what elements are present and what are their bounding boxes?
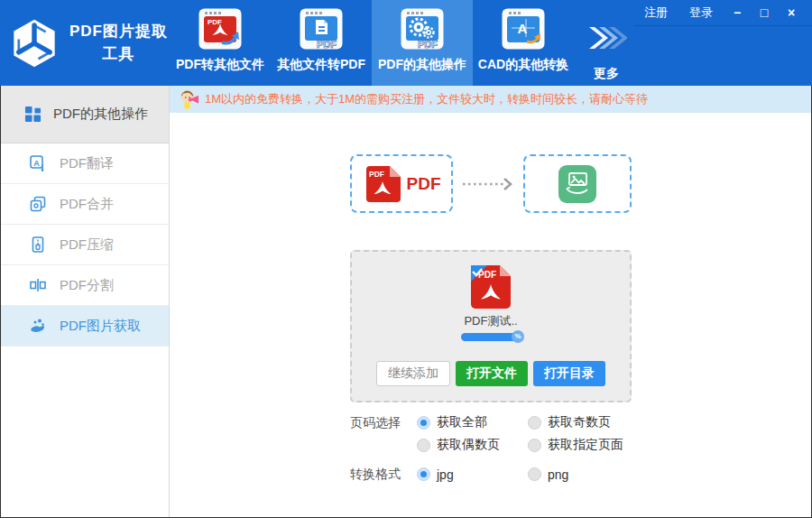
pdf-gears-icon: PDF xyxy=(401,7,444,51)
open-folder-button[interactable]: 打开目录 xyxy=(533,361,605,386)
translate-icon: A xyxy=(29,154,47,172)
tab-cad-convert[interactable]: A CAD的其他转换 xyxy=(473,0,574,86)
radio-format-png[interactable]: png xyxy=(528,466,568,483)
radio-extract-odd[interactable]: 获取奇数页 xyxy=(528,414,623,430)
login-link[interactable]: 登录 xyxy=(689,5,713,21)
maximize-button[interactable]: □ xyxy=(751,5,778,20)
radio-dot xyxy=(417,416,430,430)
compress-icon xyxy=(29,236,47,254)
svg-text:A: A xyxy=(33,159,40,168)
sidebar-item-label: PDF翻译 xyxy=(60,155,114,172)
radio-extract-all[interactable]: 获取全部 xyxy=(417,414,528,430)
notice-bar: 1M以内的免费转换，大于1M的需购买注册，文件较大时，转换时间较长，请耐心等待 xyxy=(170,86,812,113)
cad-convert-icon: A xyxy=(502,7,545,51)
sidebar-item-pdf-merge[interactable]: PDF合并 xyxy=(0,184,169,225)
radio-label: 获取奇数页 xyxy=(548,414,611,430)
tab-label: PDF转其他文件 xyxy=(176,57,264,73)
pdf-file-icon: PDF xyxy=(363,164,402,204)
tab-other-to-pdf[interactable]: PDF 其他文件转PDF xyxy=(271,0,372,86)
app-window: PDF图片提取 工具 PDF PDF转其他文 xyxy=(0,0,812,518)
radio-label: 获取指定页面 xyxy=(548,437,623,453)
radio-dot xyxy=(528,467,541,481)
split-icon xyxy=(29,276,47,294)
svg-text:A: A xyxy=(518,21,528,36)
close-button[interactable]: × xyxy=(778,5,805,20)
radio-dot xyxy=(528,416,541,430)
radio-extract-even[interactable]: 获取偶数页 xyxy=(417,437,528,453)
radio-label: jpg xyxy=(437,467,454,482)
sidebar-item-label: PDF压缩 xyxy=(60,236,114,254)
file-name: PDF测试.. xyxy=(464,313,517,329)
app-logo-cube-icon xyxy=(8,17,60,69)
sidebar-item-label: PDF合并 xyxy=(60,196,114,213)
radio-dot xyxy=(417,467,430,481)
flow-target-box xyxy=(523,154,632,213)
sidebar-item-pdf-translate[interactable]: A PDF翻译 xyxy=(0,143,169,184)
notice-text: 1M以内的免费转换，大于1M的需购买注册，文件较大时，转换时间较长，请耐心等待 xyxy=(205,91,648,107)
radio-label: 获取偶数页 xyxy=(437,437,500,453)
other-to-pdf-icon: PDF xyxy=(300,7,343,51)
more-chevrons-icon xyxy=(586,16,627,60)
sidebar-item-pdf-compress[interactable]: PDF压缩 xyxy=(0,225,169,265)
tab-pdf-other-operations[interactable]: PDF PDF的其他操作 xyxy=(372,0,473,86)
sidebar-header-label: PDF的其他操作 xyxy=(53,106,148,123)
extract-image-icon xyxy=(29,317,47,335)
sidebar-header: PDF的其他操作 xyxy=(0,86,169,143)
main-panel: 1M以内的免费转换，大于1M的需购买注册，文件较大时，转换时间较长，请耐心等待 … xyxy=(170,86,812,518)
tab-more[interactable]: 更多 xyxy=(574,0,639,86)
continue-add-button[interactable]: 继续添加 xyxy=(376,361,450,386)
options-panel: 页码选择 获取全部 获取奇数页 xyxy=(350,414,632,483)
mascot-megaphone-icon xyxy=(179,88,199,111)
sidebar: PDF的其他操作 A PDF翻译 PDF合并 xyxy=(0,86,170,518)
format-row: 转换格式 jpg png xyxy=(350,466,632,483)
merge-icon xyxy=(29,195,47,213)
header: PDF图片提取 工具 PDF PDF转其他文 xyxy=(0,0,812,86)
flow-source-box: PDF PDF xyxy=(350,154,453,213)
open-file-button[interactable]: 打开文件 xyxy=(456,361,528,386)
sidebar-item-label: PDF图片获取 xyxy=(60,318,141,335)
titlebar-controls: 注册 登录 − □ × xyxy=(633,0,812,26)
file-dropzone[interactable]: PDF PDF测试.. % 继续添加 打开文件 打开目录 xyxy=(350,250,632,402)
svg-text:PDF: PDF xyxy=(418,39,438,50)
tab-label: PDF的其他操作 xyxy=(378,57,466,73)
progress-badge: % xyxy=(512,330,524,343)
app-brand: PDF图片提取 工具 xyxy=(0,0,170,86)
tab-label: 其他文件转PDF xyxy=(277,57,365,73)
minimize-button[interactable]: − xyxy=(724,5,751,20)
page-select-label: 页码选择 xyxy=(350,414,417,453)
app-title: PDF图片提取 工具 xyxy=(69,21,168,65)
sidebar-item-pdf-split[interactable]: PDF分割 xyxy=(0,265,169,306)
radio-label: png xyxy=(548,467,568,482)
pdf-label: PDF xyxy=(407,174,441,194)
format-label: 转换格式 xyxy=(350,466,417,483)
radio-dot xyxy=(528,439,541,452)
main-tabs: PDF PDF转其他文件 xyxy=(170,0,639,86)
svg-text:PDF: PDF xyxy=(369,170,384,179)
grid-icon xyxy=(24,106,42,123)
pdf-file-checked-icon[interactable]: PDF xyxy=(467,264,514,310)
progress-bar: % xyxy=(461,333,521,341)
svg-text:PDF: PDF xyxy=(317,39,337,50)
radio-dot xyxy=(417,439,430,452)
dropzone-buttons: 继续添加 打开文件 打开目录 xyxy=(376,361,605,386)
tab-label: CAD的其他转换 xyxy=(478,57,568,73)
sidebar-item-pdf-image-extract[interactable]: PDF图片获取 xyxy=(0,306,169,347)
tab-pdf-to-other[interactable]: PDF PDF转其他文件 xyxy=(170,0,271,86)
radio-extract-custom[interactable]: 获取指定页面 xyxy=(528,437,623,453)
pdf-to-other-icon: PDF xyxy=(198,7,242,51)
conversion-flow: PDF PDF xyxy=(350,154,632,213)
register-link[interactable]: 注册 xyxy=(644,5,668,21)
dotted-arrow-icon xyxy=(453,177,523,191)
sidebar-item-label: PDF分割 xyxy=(60,277,114,294)
radio-label: 获取全部 xyxy=(437,414,487,430)
image-extract-icon xyxy=(558,164,597,204)
radio-format-jpg[interactable]: jpg xyxy=(417,466,528,483)
page-select-row: 页码选择 获取全部 获取奇数页 xyxy=(350,414,632,453)
tab-label: 更多 xyxy=(594,66,619,82)
